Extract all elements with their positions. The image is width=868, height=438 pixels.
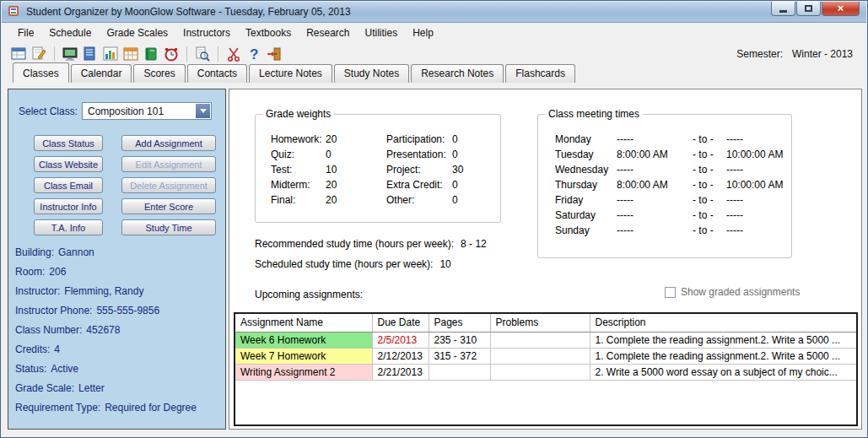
day-label: Sunday — [555, 224, 617, 236]
exit-icon[interactable] — [264, 44, 283, 63]
col-description[interactable]: Description — [590, 314, 856, 332]
class-website-button[interactable]: Class Website — [34, 156, 103, 172]
col-pages[interactable]: Pages — [429, 314, 490, 332]
delete-assignment-button[interactable]: Delete Assignment — [121, 177, 216, 193]
info-instructor: Instructor:Flemming, Randy — [15, 285, 143, 297]
meeting-time-row: Wednesday------ to ------ — [555, 162, 784, 177]
to-separator: - to - — [693, 149, 726, 160]
table-row[interactable]: Week 7 Homework 2/12/2013 315 - 372 1. C… — [235, 348, 856, 364]
table-row[interactable]: Week 6 Homework 2/5/2013 235 - 310 1. Co… — [235, 332, 856, 348]
tab-strip: Classes Calendar Scores Contacts Lecture… — [13, 64, 575, 83]
scores-chart-icon[interactable] — [100, 44, 120, 63]
weight-label: Homework: — [271, 133, 326, 145]
tab-contacts[interactable]: Contacts — [187, 64, 247, 83]
end-time: 10:00:00 AM — [726, 149, 783, 160]
class-status-button[interactable]: Class Status — [34, 135, 103, 151]
end-time: ----- — [726, 133, 743, 145]
window-title: Student Organizer by MoonGlow Software -… — [26, 6, 351, 18]
scheduled-study-label: Scheduled study time (hours per week): — [255, 258, 433, 270]
problems-cell — [490, 348, 590, 364]
semester-value: Winter - 2013 — [792, 48, 853, 60]
menu-instructors[interactable]: Instructors — [175, 24, 238, 42]
weight-value: 20 — [326, 133, 337, 145]
ta-info-button[interactable]: T.A. Info — [34, 219, 103, 235]
maximize-button[interactable] — [796, 2, 821, 16]
menu-textbooks[interactable]: Textbooks — [238, 24, 299, 42]
pages-cell: 315 - 372 — [429, 348, 490, 364]
select-class-dropdown[interactable]: Composition 101 — [82, 102, 212, 120]
help-icon[interactable]: ? — [244, 44, 263, 63]
tab-study-notes[interactable]: Study Notes — [334, 64, 409, 83]
tab-lecture-notes[interactable]: Lecture Notes — [249, 64, 332, 83]
toolbar-separator — [54, 46, 55, 62]
day-label: Monday — [555, 133, 617, 145]
menu-utilities[interactable]: Utilities — [358, 24, 406, 42]
planner-grid-icon[interactable] — [121, 44, 140, 63]
info-class-number: Class Number:452678 — [15, 324, 120, 336]
meeting-time-row: Thursday8:00:00 AM- to -10:00:00 AM — [555, 177, 784, 192]
add-assignment-button[interactable]: Add Assignment — [121, 135, 216, 151]
description-cell: 1. Complete the reading assignment.2. Wr… — [590, 332, 856, 348]
menu-file[interactable]: File — [10, 24, 41, 42]
meeting-time-row: Monday------ to ------ — [555, 132, 784, 147]
tab-flashcards[interactable]: Flashcards — [505, 64, 575, 83]
table-header-row: Assignment Name Due Date Pages Problems … — [235, 314, 856, 332]
info-label: Instructor Phone: — [15, 305, 92, 316]
search-icon[interactable] — [192, 44, 212, 63]
maximize-icon — [805, 5, 812, 12]
col-due-date[interactable]: Due Date — [372, 314, 429, 332]
app-icon — [7, 4, 20, 20]
svg-text:?: ? — [250, 46, 258, 62]
study-time-button[interactable]: Study Time — [121, 219, 216, 235]
reminder-clock-icon[interactable] — [161, 44, 181, 63]
class-notes-icon[interactable] — [80, 44, 100, 63]
weight-label: Participation: — [386, 133, 452, 145]
menu-grade-scales[interactable]: Grade Scales — [99, 24, 175, 42]
chevron-down-icon — [196, 104, 210, 118]
textbooks-icon[interactable] — [141, 44, 160, 63]
toolbar-separator — [218, 46, 218, 62]
schedule-icon[interactable] — [60, 44, 79, 63]
info-requirement-type: Requirement Type:Required for Degree — [15, 402, 197, 414]
menu-research[interactable]: Research — [299, 24, 357, 42]
instructor-info-button[interactable]: Instructor Info — [34, 198, 103, 214]
enter-score-button[interactable]: Enter Score — [121, 198, 216, 214]
scheduled-study-value: 10 — [439, 258, 450, 270]
close-button[interactable]: × — [822, 2, 860, 16]
menu-help[interactable]: Help — [405, 24, 441, 42]
tab-classes[interactable]: Classes — [13, 62, 69, 83]
minimize-button[interactable] — [771, 2, 795, 16]
class-email-button[interactable]: Class Email — [34, 177, 103, 193]
table-row[interactable]: Writing Assignment 2 2/21/2013 2. Write … — [235, 364, 856, 380]
info-label: Instructor: — [15, 285, 60, 297]
tab-research-notes[interactable]: Research Notes — [411, 64, 504, 83]
organizer-icon[interactable] — [8, 44, 28, 63]
scheduled-study-time: Scheduled study time (hours per week): 1… — [255, 258, 451, 270]
menu-schedule[interactable]: Schedule — [41, 24, 99, 42]
to-separator: - to - — [693, 194, 726, 206]
col-assignment-name[interactable]: Assignment Name — [235, 314, 372, 332]
edit-assignment-button[interactable]: Edit Assignment — [121, 156, 216, 172]
weight-value: 30 — [452, 164, 463, 176]
day-label: Thursday — [555, 179, 617, 191]
to-separator: - to - — [693, 224, 726, 236]
start-time: ----- — [617, 133, 693, 145]
tab-calendar[interactable]: Calendar — [71, 64, 132, 83]
tab-scores[interactable]: Scores — [133, 64, 185, 83]
weight-value: 0 — [452, 194, 458, 206]
weight-label: Project: — [386, 164, 452, 176]
col-problems[interactable]: Problems — [490, 314, 590, 332]
weight-label: Test: — [271, 164, 326, 176]
menu-bar: File Schedule Grade Scales Instructors T… — [2, 23, 866, 42]
weight-label: Presentation: — [386, 149, 452, 160]
cut-icon[interactable] — [224, 44, 243, 63]
title-bar[interactable]: Student Organizer by MoonGlow Software -… — [2, 2, 866, 23]
info-building: Building:Gannon — [15, 246, 94, 258]
to-separator: - to - — [693, 133, 726, 145]
problems-cell — [490, 364, 590, 380]
end-time: 10:00:00 AM — [726, 179, 783, 191]
show-graded-checkbox[interactable] — [665, 287, 676, 298]
grade-weights-title: Grade weights — [262, 108, 334, 120]
to-separator: - to - — [693, 164, 726, 176]
edit-entry-icon[interactable] — [29, 44, 48, 63]
